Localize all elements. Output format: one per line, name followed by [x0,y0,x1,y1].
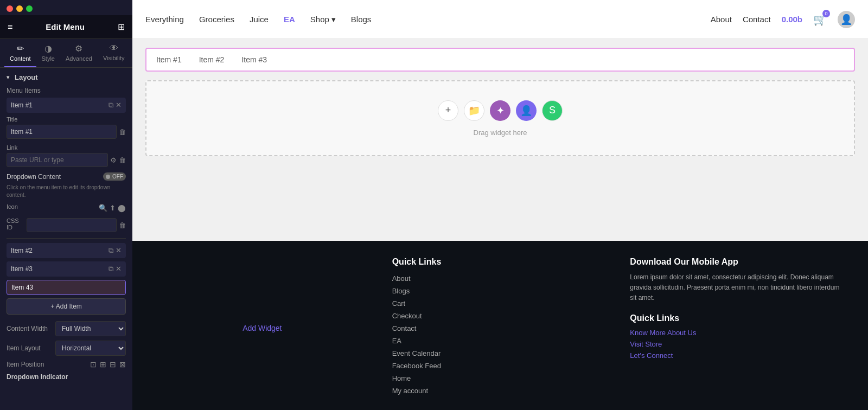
menu-items-label: Menu Items [7,87,126,94]
footer-link-checkout[interactable]: Checkout [392,312,609,320]
menu-widget-item-1[interactable]: Item #1 [156,55,182,64]
sidebar-tabs: ✏ Content ◑ Style ⚙ Advanced 👁 Visibilit… [0,39,132,68]
add-widget-button[interactable]: Add Widget [242,324,282,332]
menu-widget-item-3[interactable]: Item #3 [241,55,267,64]
icon-circle-btn[interactable]: ⬤ [118,204,126,212]
title-field-label: Title [7,116,126,123]
tab-content-label: Content [10,55,31,62]
footer-ql-connect[interactable]: Let's Connect [630,351,846,360]
item-layout-select[interactable]: Horizontal [55,341,126,356]
cart-icon-wrap[interactable]: 🛒 0 [813,13,827,26]
title-input[interactable] [7,125,117,139]
tab-advanced-label: Advanced [66,55,92,62]
footer-link-myaccount[interactable]: My account [392,387,609,395]
title-field-group: Title 🗑 [7,116,126,139]
tab-advanced[interactable]: ⚙ Advanced [60,39,98,67]
footer-ql-heading: Quick Links [630,313,846,323]
drag-widget-icons: + 📁 ✦ 👤 S [438,100,563,121]
dropdown-toggle[interactable]: OFF [103,172,126,181]
footer-app-heading: Download Our Mobile App [630,257,846,267]
sidebar: ≡ Edit Menu ⊞ ✏ Content ◑ Style ⚙ Advanc… [0,0,132,410]
nav-item-everything[interactable]: Everything [145,15,184,24]
footer-quick-links-col: Quick Links About Blogs Cart Checkout Co… [392,257,609,399]
footer-ql-know-more[interactable]: Know More About Us [630,329,846,337]
add-widget-plus-icon[interactable]: + [438,100,458,121]
folder-icon[interactable]: 📁 [464,100,484,121]
tab-visibility[interactable]: 👁 Visibility [98,39,130,67]
footer-ql-visit-store[interactable]: Visit Store [630,340,846,348]
menu-item-2-label: Item #2 [11,247,108,254]
footer-link-about[interactable]: About [392,274,609,283]
menu-widget-item-2[interactable]: Item #2 [199,55,225,64]
pos-icon-topleft[interactable]: ⊡ [90,360,97,369]
footer-link-home[interactable]: Home [392,374,609,382]
footer-link-facebook[interactable]: Facebook Feed [392,362,609,370]
footer-quick-links-heading: Quick Links [392,257,609,267]
footer-link-contact[interactable]: Contact [392,324,609,332]
nav-item-juice[interactable]: Juice [250,15,269,24]
nav-item-groceries[interactable]: Groceries [199,15,234,24]
title-delete-icon[interactable]: 🗑 [119,128,126,136]
traffic-light-red[interactable] [7,5,13,12]
link-delete-icon[interactable]: 🗑 [119,156,126,164]
traffic-light-green[interactable] [26,5,33,12]
css-id-input[interactable] [27,218,117,232]
link-input[interactable] [7,153,108,167]
footer-area: Add Widget Quick Links About Blogs Cart … [132,241,868,410]
footer-link-ea[interactable]: EA [392,337,609,345]
link-field-label: Link [7,144,126,151]
user-avatar[interactable]: 👤 [838,11,855,28]
pos-icon-centerright[interactable]: ⊟ [110,360,116,369]
style-icon: ◑ [44,43,52,54]
dropdown-content-row: Dropdown Content OFF [7,172,126,181]
nav-item-blogs[interactable]: Blogs [351,15,372,24]
sidebar-content-area: ▾ Layout Menu Items Item #1 ⧉ ✕ Title 🗑 … [0,68,132,410]
footer-link-blogs[interactable]: Blogs [392,287,609,295]
nav-item-ea[interactable]: EA [284,15,295,24]
footer-link-cart[interactable]: Cart [392,299,609,308]
collapse-arrow: ▾ [7,74,9,80]
menu-widget-box[interactable]: Item #1 Item #2 Item #3 [145,48,855,72]
icon-search-btn[interactable]: 🔍 [99,204,107,212]
pos-icon-centerleft[interactable]: ⊞ [100,360,106,369]
traffic-lights [0,0,132,15]
close-icon-3[interactable]: ✕ [116,265,122,273]
nav-shop-chevron: ▾ [331,15,336,24]
css-id-field-group: CSS ID 🗑 [7,217,126,233]
duplicate-icon-1[interactable]: ⧉ [108,101,113,110]
widget-area: Item #1 Item #2 Item #3 + 📁 ✦ 👤 S Drag w… [132,39,868,241]
add-item-button[interactable]: + Add Item [7,298,126,315]
person-icon[interactable]: 👤 [516,100,537,121]
close-icon-2[interactable]: ✕ [116,246,122,255]
duplicate-icon-2[interactable]: ⧉ [108,246,113,255]
nav-item-about[interactable]: About [711,15,732,24]
tab-style[interactable]: ◑ Style [36,39,60,67]
footer-app-col: Download Our Mobile App Lorem ipsum dolo… [630,257,846,399]
content-width-select[interactable]: Full Width [55,321,126,336]
css-id-label: CSS ID [7,217,24,230]
nav-item-contact[interactable]: Contact [743,15,771,24]
close-icon-1[interactable]: ✕ [116,101,122,110]
duplicate-icon-3[interactable]: ⧉ [108,265,113,273]
toggle-dot [106,175,110,179]
drag-widget-area[interactable]: + 📁 ✦ 👤 S Drag widget here [145,80,855,156]
css-id-delete-icon[interactable]: 🗑 [119,221,126,229]
tab-content[interactable]: ✏ Content [4,39,36,67]
pos-icon-bottomright[interactable]: ⊠ [119,360,126,369]
s-icon[interactable]: S [542,100,563,121]
link-field-group: Link ⚙ 🗑 [7,144,126,167]
nav-price: 0.00b [782,15,802,24]
content-width-label: Content Width [7,325,55,332]
drag-text: Drag widget here [474,129,527,137]
nav-item-shop[interactable]: Shop ▾ [310,15,336,24]
icon-field-label: Icon [7,203,97,210]
traffic-light-yellow[interactable] [16,5,23,12]
menu-item-43-label: Item 43 [11,284,121,291]
link-settings-icon[interactable]: ⚙ [110,156,117,164]
toggle-off-label: OFF [112,174,123,180]
footer-link-event[interactable]: Event Calendar [392,349,609,357]
sparkle-icon[interactable]: ✦ [490,100,510,121]
sidebar-menu-icon[interactable]: ≡ [8,22,12,32]
icon-upload-btn[interactable]: ⬆ [110,204,116,212]
sidebar-grid-icon[interactable]: ⊞ [118,22,125,32]
